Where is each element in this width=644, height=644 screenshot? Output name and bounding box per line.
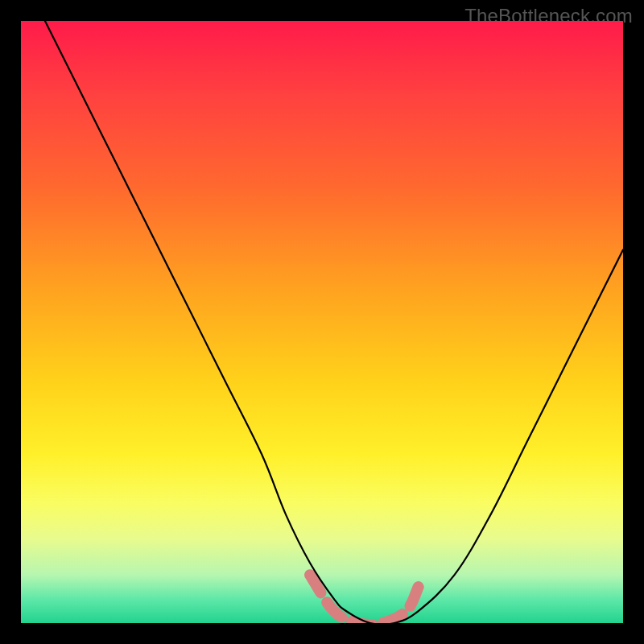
optimal-range-highlight: [310, 575, 419, 623]
chart-frame: TheBottleneck.com: [0, 0, 644, 644]
bottleneck-curve: [45, 21, 623, 623]
chart-svg: [21, 21, 623, 623]
plot-area: [21, 21, 623, 623]
